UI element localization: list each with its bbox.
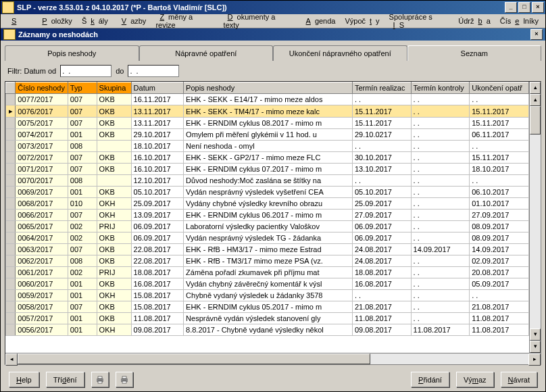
cell-datum: 15.08.2017	[131, 290, 184, 301]
scroll-left-button[interactable]: ◂	[5, 353, 18, 366]
minimize-button[interactable]: _	[505, 2, 517, 13]
header-row: Číslo neshody Typ Skupina Datum Popis ne…	[6, 82, 529, 94]
scroll-up2-button[interactable]: ▴	[530, 94, 541, 106]
cell-datum: 16.10.2017	[131, 164, 184, 175]
scroll-up-button[interactable]: ▴	[530, 82, 541, 94]
scroll-down-button[interactable]: ▾	[530, 341, 541, 353]
col-ukonceni[interactable]: Ukončení opatř	[470, 82, 529, 94]
close-button[interactable]: ×	[532, 2, 544, 13]
cell-ukonceni: 02.09.2017	[470, 255, 529, 267]
cell-ukonceni: . .	[470, 141, 529, 152]
menu-vypocty[interactable]: Výpočty	[341, 16, 383, 26]
pridani-button[interactable]: Přidání	[411, 372, 449, 387]
menu-ciselniky[interactable]: Číselníky	[496, 16, 543, 26]
cell-typ: 002	[68, 221, 97, 232]
filter-date-from[interactable]	[60, 65, 111, 77]
cell-termin-kontroly: . .	[411, 94, 470, 105]
menu-agenda[interactable]: Agenda	[298, 16, 340, 26]
cell-cislo: 0056/2017	[16, 324, 68, 336]
menu-udrzba[interactable]: Údržba	[454, 16, 494, 26]
table-row[interactable]: 0059/2017001OKH15.08.2017Chybně vydaný v…	[6, 290, 529, 301]
tab-seznam[interactable]: Seznam	[407, 45, 542, 61]
cell-typ: 007	[68, 164, 97, 175]
table-row[interactable]: 0064/2017002OKB06.09.2017Vydán nesprávný…	[6, 232, 529, 244]
col-termin-kontroly[interactable]: Termín kontroly	[411, 82, 470, 94]
print-button-2[interactable]	[116, 372, 133, 387]
col-popis[interactable]: Popis neshody	[184, 82, 353, 94]
menu-system[interactable]: S	[3, 16, 32, 26]
cell-ukonceni: 11.08.2017	[470, 313, 529, 324]
hscroll-thumb[interactable]	[18, 353, 370, 364]
trideni-button[interactable]: Třídění	[46, 372, 84, 387]
row-marker	[6, 244, 16, 255]
col-cislo[interactable]: Číslo neshody	[16, 82, 68, 94]
cell-termin-realizace: 24.08.2017	[352, 244, 411, 255]
print-button-1[interactable]	[91, 372, 109, 387]
col-skupina[interactable]: Skupina	[97, 82, 131, 94]
table-row[interactable]: 0058/2017007OKB15.08.2017EHK - ERNDIM cy…	[6, 301, 529, 313]
cell-skupina: OKH	[97, 324, 131, 336]
menu-spoluprace[interactable]: Spolupráce s IS	[385, 11, 453, 30]
table-row[interactable]: 0060/2017001OKB16.08.2017Vydán chybný zá…	[6, 278, 529, 290]
cell-datum: 16.10.2017	[131, 152, 184, 164]
cell-skupina: OKH	[97, 290, 131, 301]
table-row[interactable]: 0063/2017007OKB22.08.2017EHK - RfB - HM3…	[6, 244, 529, 255]
help-button[interactable]: Help	[9, 372, 39, 387]
menu-zmeny[interactable]: Změny a revize	[151, 11, 218, 30]
menu-vazby[interactable]: Vazby	[114, 16, 151, 26]
table-row[interactable]: ▸0076/2017007OKB13.11.2017EHK - SEKK - T…	[6, 105, 529, 118]
cell-cislo: 0068/2017	[16, 198, 68, 210]
cell-skupina	[97, 175, 131, 187]
menu-polozky[interactable]: Položky	[34, 16, 76, 26]
scroll-down2-button[interactable]: ▾	[530, 328, 541, 341]
table-row[interactable]: 0074/2017001OKB29.10.2017Omylem při měře…	[6, 129, 529, 141]
cell-skupina: OKH	[97, 198, 131, 210]
cell-ukonceni: 08.09.2017	[470, 232, 529, 244]
table-row[interactable]: 0075/2017007OKB13.11.2017EHK - ERNDIM cy…	[6, 118, 529, 129]
filter-date-to[interactable]	[128, 65, 179, 77]
col-typ[interactable]: Typ	[68, 82, 97, 94]
horizontal-scrollbar[interactable]: ◂ ▸	[5, 353, 541, 364]
table-row[interactable]: 0061/2017002PRIJ18.08.2017Záměna pořadí …	[6, 267, 529, 278]
table-row[interactable]: 0071/2017007OKB16.10.2017EHK - ERNDIM cy…	[6, 164, 529, 175]
cell-cislo: 0064/2017	[16, 232, 68, 244]
tab-popis[interactable]: Popis neshody	[5, 45, 139, 61]
table-row[interactable]: 0056/2017001OKH09.08.20178.8.2017 - Chyb…	[6, 324, 529, 336]
cell-termin-kontroly: . .	[411, 129, 470, 141]
cell-termin-kontroly: . .	[411, 278, 470, 290]
cell-termin-kontroly: . .	[411, 290, 470, 301]
table-row[interactable]: 0077/2017007OKB16.11.2017EHK - SEKK - E1…	[6, 94, 529, 105]
tab-napravne[interactable]: Nápravné opatření	[139, 45, 274, 61]
tab-ukonceni[interactable]: Ukončení nápravného opatření	[273, 45, 407, 61]
cell-termin-realizace: 16.08.2017	[352, 278, 411, 290]
vertical-scrollbar[interactable]: ▴ ▴ ▾ ▾	[529, 82, 541, 353]
cell-typ: 007	[68, 152, 97, 164]
panel-close-button[interactable]: ×	[530, 29, 543, 40]
table-row[interactable]: 0070/201700812.10.2017Důvod neshody:Moč …	[6, 175, 529, 187]
vymaz-button[interactable]: Výmaz	[456, 372, 494, 387]
cell-datum: 06.09.2017	[131, 232, 184, 244]
menu-skaly[interactable]: Škály	[78, 16, 112, 26]
row-marker	[6, 290, 16, 301]
table-row[interactable]: 0069/2017001OKB05.10.2017Vydán nesprávný…	[6, 187, 529, 198]
table-row[interactable]: 0073/201700818.10.2017Není neshoda - omy…	[6, 141, 529, 152]
scroll-right-button[interactable]: ▸	[528, 353, 541, 366]
scroll-thumb[interactable]	[530, 106, 541, 134]
table-row[interactable]: 0072/2017007OKB16.10.2017EHK - SEKK - GP…	[6, 152, 529, 164]
table-row[interactable]: 0065/2017002PRIJ06.09.2017Laboratorní vý…	[6, 221, 529, 232]
table-row[interactable]: 0066/2017007OKH13.09.2017EHK - ERNDIM cy…	[6, 210, 529, 221]
hscroll-track[interactable]	[18, 353, 528, 364]
cell-popis: Důvod neshody:Moč zaslána se štítky na	[184, 175, 353, 187]
scroll-track[interactable]	[530, 106, 541, 328]
col-termin-realizace[interactable]: Termín realizac	[352, 82, 411, 94]
navrat-button[interactable]: Návrat	[501, 372, 537, 387]
menu-dokumenty[interactable]: Dokumenty a texty	[220, 11, 297, 30]
maximize-button[interactable]: □	[518, 2, 530, 13]
cell-skupina: PRIJ	[97, 221, 131, 232]
table-row[interactable]: 0057/2017001OKB11.08.2017Nesprávně vydán…	[6, 313, 529, 324]
col-datum[interactable]: Datum	[131, 82, 184, 94]
table-row[interactable]: 0068/2017010OKH25.09.2017Vydány chybné v…	[6, 198, 529, 210]
row-marker	[6, 301, 16, 313]
cell-popis: EHK - SEKK - GP2/17 - mimo meze FLC	[184, 152, 353, 164]
table-row[interactable]: 0062/2017008OKB22.08.2017EHK - RfB - TM3…	[6, 255, 529, 267]
